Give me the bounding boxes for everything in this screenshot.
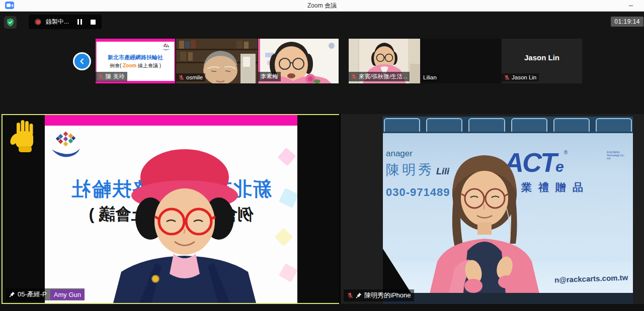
bottom-edge-bar xyxy=(0,304,644,311)
participant-thumbnail[interactable]: 來賓/張秋微/生活... xyxy=(349,39,420,83)
mic-muted-icon xyxy=(504,75,510,80)
participant-name-tag: Jason Lin xyxy=(502,73,539,81)
participant-thumbnail[interactable]: Lilian xyxy=(421,39,501,83)
participant-thumbnail[interactable]: Jason Lin Jason Lin xyxy=(502,39,582,83)
participant-illustration-speaker xyxy=(398,143,569,304)
slide-subtitle: 例會( Zoom 線上會議 ) xyxy=(96,62,175,69)
pause-recording-button[interactable] xyxy=(77,19,82,25)
meeting-timer: 01:19:14 xyxy=(611,17,643,27)
rotary-club-logo-icon xyxy=(50,130,82,159)
security-button[interactable] xyxy=(4,16,17,29)
participant-name-tag: 來賓/張秋微/生活... xyxy=(349,72,410,81)
highlighted-name: Amy Gun xyxy=(50,289,85,300)
participant-illustration-amy xyxy=(109,142,260,303)
participant-name-tag: 李素梅 xyxy=(258,72,281,81)
raised-hand-icon xyxy=(10,119,37,152)
box-flaps-decor xyxy=(383,117,633,133)
shield-check-icon xyxy=(7,18,14,27)
participant-name-tag: osmile xyxy=(176,73,205,81)
pin-icon xyxy=(9,291,15,297)
chevron-left-icon xyxy=(79,58,85,64)
mic-muted-icon xyxy=(347,292,353,298)
minimize-button[interactable]: – xyxy=(624,0,638,11)
mic-muted-icon xyxy=(351,74,357,79)
participant-name-tag: 05-產經-PAmy Gun xyxy=(6,288,85,300)
table-edge xyxy=(383,293,633,304)
webcam-banner-background: anager 陳明秀Lili 030-971489 ACTe® FUN FENG… xyxy=(383,117,633,304)
participant-name-tag: 陳明秀的iPhone xyxy=(344,289,414,301)
participant-thumbnail[interactable]: osmile xyxy=(176,39,258,83)
mic-muted-icon xyxy=(179,75,184,80)
main-video-iphone[interactable]: anager 陳明秀Lili 030-971489 ACTe® FUN FENG… xyxy=(341,114,644,304)
participant-thumbnail[interactable]: 新北市產經網路扶輪社 例會( Zoom 線上會議 ) 陳 美玲 xyxy=(96,39,175,83)
window-title: Zoom 會議 xyxy=(0,0,644,11)
recording-indicator: 錄製中... xyxy=(29,15,102,29)
participant-name-tag: 陳 美玲 xyxy=(96,72,127,81)
webcam-slide-background: 新北市產經網路扶輪社 例會( Zoom 線上會議 ) xyxy=(45,115,297,303)
pin-icon xyxy=(356,292,362,298)
acte-logo-smallprint: FUN FENG Technology Co., Ltd xyxy=(607,151,627,160)
mic-muted-icon xyxy=(98,74,104,79)
participant-display-name: Jason Lin xyxy=(502,53,582,62)
main-video-amy[interactable]: 新北市產經網路扶輪社 例會( Zoom 線上會議 ) xyxy=(2,114,340,304)
participant-name-tag: Lilian xyxy=(421,73,439,81)
participant-thumbnail[interactable]: 李素梅 xyxy=(258,39,339,83)
rotary-club-logo-icon xyxy=(161,43,171,52)
filmstrip-scroll-left-button[interactable] xyxy=(74,54,90,69)
window-titlebar: Zoom 會議 – xyxy=(0,0,644,12)
recording-label: 錄製中... xyxy=(46,18,69,26)
slide-title: 新北市產經網路扶輪社 xyxy=(96,54,175,61)
record-dot-icon xyxy=(35,19,41,25)
stop-recording-button[interactable] xyxy=(91,20,96,25)
